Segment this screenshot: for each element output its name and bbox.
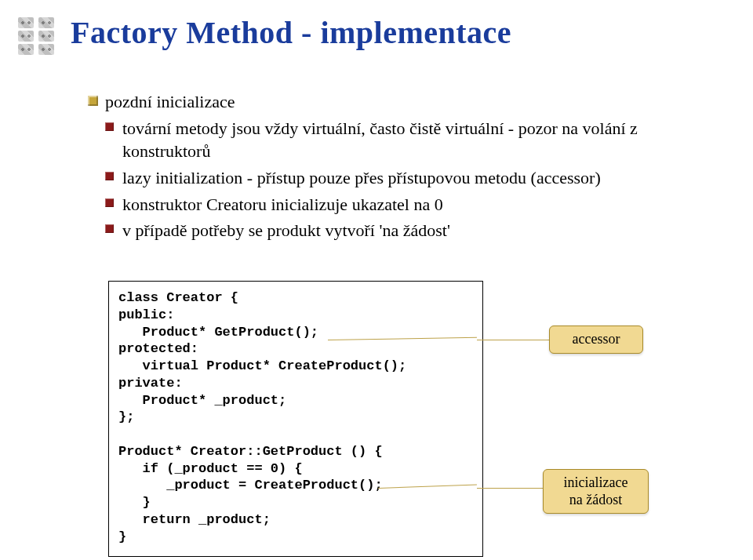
page-title: Factory Method - implementace	[71, 14, 511, 51]
bullet-list: pozdní inicializace tovární metody jsou …	[88, 90, 706, 245]
callout-lazy-line1: inicializace na žádost	[564, 475, 628, 507]
bullet-level1: pozdní inicializace	[88, 90, 706, 114]
slide-logo	[14, 17, 58, 55]
code-block: class Creator { public: Product* GetProd…	[108, 281, 483, 557]
bullet-level2: tovární metody jsou vždy virtuální, čast…	[105, 117, 706, 163]
callout-connector	[477, 340, 551, 340]
bullet-level2: lazy initialization - přístup pouze přes…	[105, 166, 706, 190]
bullet-level2: konstruktor Creatoru inicializuje ukazat…	[105, 193, 706, 216]
callout-accessor: accessor	[549, 325, 643, 354]
callout-lazy: inicializace na žádost	[543, 469, 649, 514]
bullet-level2: v případě potřeby se produkt vytvoří 'na…	[105, 219, 706, 242]
callout-connector	[477, 488, 544, 489]
